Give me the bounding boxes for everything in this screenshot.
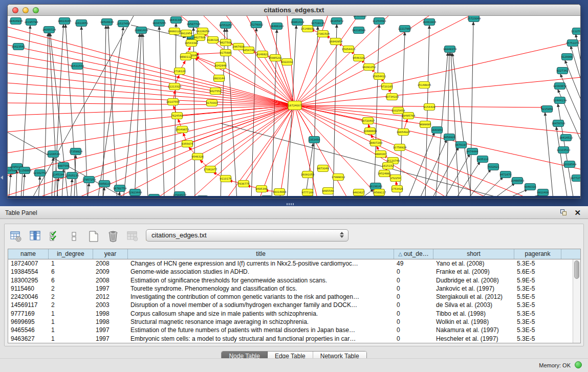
table-select-dropdown[interactable]: citations_edges.txt xyxy=(146,229,349,242)
table-cell: Yano et al. (2008) xyxy=(433,259,514,268)
float-panel-icon[interactable] xyxy=(560,209,568,216)
table-cell: 6 xyxy=(49,268,93,276)
graph-node-label: 18313604 xyxy=(353,16,367,17)
table-row[interactable]: 946554611997Estimation of the future num… xyxy=(8,326,573,334)
graph-node-label: 17081977 xyxy=(204,168,217,171)
panel-collapse-arrow-icon[interactable] xyxy=(1,176,3,180)
table-cell: 9699695 xyxy=(8,318,49,326)
graph-node-label: 9720165 xyxy=(381,85,393,88)
table-row[interactable]: 1872400712008Changes of HCN gene express… xyxy=(8,259,573,268)
table-cell: 5.6E-5 xyxy=(514,268,561,276)
table-row[interactable]: 1938455462009Genome-wide association stu… xyxy=(8,268,573,276)
table-row[interactable]: 2242004622012Investigating the contribut… xyxy=(8,293,573,301)
graph-node-label: 1640954 xyxy=(431,128,443,132)
column-header-out_de[interactable]: △out_de… xyxy=(394,249,433,259)
create-column-button[interactable] xyxy=(86,229,101,244)
graph-node-label: 15654410 xyxy=(342,48,355,51)
graph-node-label: 11254493 xyxy=(373,19,386,23)
table-header-row: namein_degreeyeartitle△out_de…shortpager… xyxy=(8,249,580,259)
graph-node-label: 18724007 xyxy=(288,104,301,107)
graph-node-label: 11156869 xyxy=(18,169,31,172)
black-edge xyxy=(23,174,25,197)
black-edge xyxy=(88,183,89,197)
table-cell: Franke et al. (2009) xyxy=(433,268,514,276)
table-mode-button[interactable] xyxy=(9,229,23,244)
table-row[interactable]: 1830029562008Estimation of significance … xyxy=(8,276,573,285)
table-panel-title: Table Panel xyxy=(5,209,37,216)
table-row[interactable]: 977716911998Corpus callosum shape and si… xyxy=(8,310,573,318)
show-column-button[interactable] xyxy=(28,229,42,244)
panel-splitter[interactable] xyxy=(0,199,588,206)
graph-node-label: 9474444 xyxy=(466,150,478,153)
table-cell: 18724007 xyxy=(8,259,49,268)
table-cell: Dudbridge et al. (2008) xyxy=(433,276,514,285)
column-header-in_degree[interactable]: in_degree xyxy=(49,249,93,259)
graph-node-label: 18614045 xyxy=(58,19,71,23)
graph-node-label: 17999012 xyxy=(332,176,345,179)
table-cell: Estimation of the future numbers of pati… xyxy=(128,326,394,334)
delete-table-button[interactable] xyxy=(125,229,140,244)
graph-node-label: 12610651 xyxy=(75,21,88,25)
table-cell: 9463627 xyxy=(8,335,49,343)
black-edge xyxy=(470,22,473,197)
network-window: citations_edges.txt 19404934201957981405… xyxy=(7,4,581,199)
table-cell: 0 xyxy=(394,310,433,318)
graph-node-label: 13505135 xyxy=(66,174,79,177)
graph-node-label: 9546329 xyxy=(353,56,364,59)
graph-node-label: 2803144 xyxy=(213,77,225,80)
table-cell: 2 xyxy=(49,293,93,301)
graph-node-label: 9110174 xyxy=(220,177,232,180)
column-header-year[interactable]: year xyxy=(93,249,128,259)
scrollbar-thumb[interactable] xyxy=(574,260,579,279)
graph-node-label: 9242848 xyxy=(214,64,226,67)
table-cell: 5.9E-5 xyxy=(514,276,561,285)
column-header-name[interactable]: name xyxy=(8,249,49,259)
column-header-title[interactable]: title xyxy=(128,249,394,259)
graph-canvas[interactable]: 1940493420195798140557241861404512610651… xyxy=(8,16,580,197)
graph-node-label: 9546328 xyxy=(191,155,203,158)
table-cell: 0 xyxy=(394,276,433,285)
graph-node-label: 8355674 xyxy=(181,142,193,145)
graph-node-label: 18431343 xyxy=(169,18,183,21)
unselect-all-columns-button[interactable] xyxy=(67,229,81,244)
network-view-desktop: citations_edges.txt 19404934201957981405… xyxy=(0,0,588,206)
graph-node-label: 18807293 xyxy=(369,141,382,144)
column-header-pagerank[interactable]: pagerank xyxy=(514,249,561,259)
select-all-columns-button[interactable] xyxy=(48,229,62,244)
graph-node-label: 8910406 xyxy=(537,191,549,194)
memory-ok-indicator-icon xyxy=(575,361,582,368)
red-edge xyxy=(295,77,580,105)
table-cell: 1998 xyxy=(93,318,128,326)
graph-node-label: 15148935 xyxy=(418,83,431,86)
table-cell: Hescheler et al. (1997) xyxy=(433,335,514,343)
table-row[interactable]: 946362711997Embryonic stem cells: a mode… xyxy=(8,335,573,343)
graph-node-label: 15276002 xyxy=(250,23,263,26)
table-row[interactable]: 1456911722003Disruption of a novel membe… xyxy=(8,301,573,309)
graph-node-label: 20623541 xyxy=(12,45,25,48)
delete-column-button[interactable] xyxy=(106,229,120,244)
black-edge xyxy=(447,53,449,197)
graph-node-label: 20195798 xyxy=(25,20,38,24)
table-row[interactable]: 911546021997Tourette syndrome. Phenomeno… xyxy=(8,285,573,293)
graph-node-label: 19218596 xyxy=(352,29,365,32)
close-panel-icon[interactable]: ✕ xyxy=(574,208,581,217)
graph-node-label: 9827508 xyxy=(220,41,231,44)
splitter-grip-icon[interactable] xyxy=(287,203,294,205)
graph-node-label: 16648374 xyxy=(443,48,457,51)
table-row[interactable]: 969969511998Structural magnetic resonanc… xyxy=(8,318,573,326)
graph-node-label: 16782759 xyxy=(113,187,126,190)
graph-node-label: 16461904 xyxy=(423,20,437,24)
table-cell: 0 xyxy=(394,268,433,276)
table-vertical-scrollbar[interactable] xyxy=(573,259,580,343)
table-select-value: citations_edges.txt xyxy=(151,231,207,239)
graph-node-label: 16120746 xyxy=(386,159,400,162)
column-header-short[interactable]: short xyxy=(433,249,514,259)
table-cell: 0 xyxy=(394,326,433,334)
graph-node-label: 9997548 xyxy=(57,164,69,167)
graph-node-label: 9465546 xyxy=(322,189,334,192)
table-toolbar: f(x) xyxy=(9,228,159,245)
table-cell: 9777169 xyxy=(8,310,49,318)
graph-node-label: 18660124 xyxy=(168,30,182,33)
table-cell: 5.3E-5 xyxy=(514,326,561,334)
network-window-titlebar[interactable]: citations_edges.txt xyxy=(8,5,580,16)
